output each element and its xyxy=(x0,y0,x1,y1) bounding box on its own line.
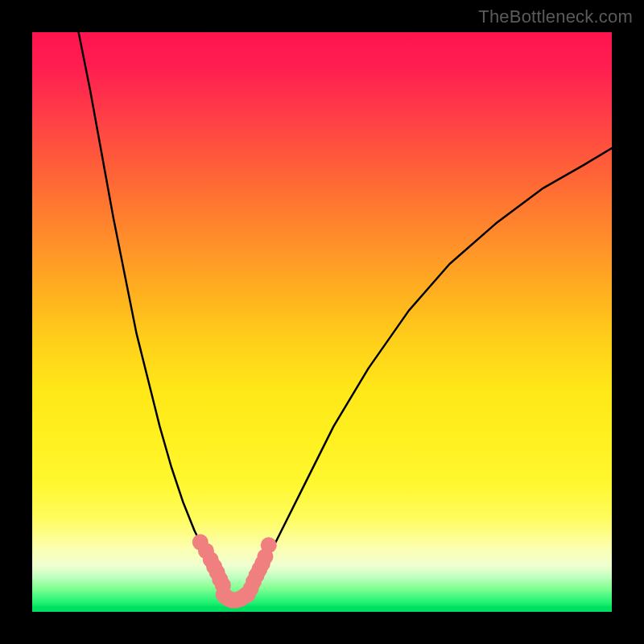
chart-svg xyxy=(32,32,612,612)
chart-container: TheBottleneck.com xyxy=(0,0,644,644)
data-point xyxy=(261,537,277,553)
plot-area xyxy=(32,32,612,612)
series-floor xyxy=(224,594,247,600)
attribution-label: TheBottleneck.com xyxy=(478,6,633,27)
series-left-branch xyxy=(79,32,224,586)
series-right-branch xyxy=(246,148,612,597)
series-group xyxy=(79,32,612,602)
